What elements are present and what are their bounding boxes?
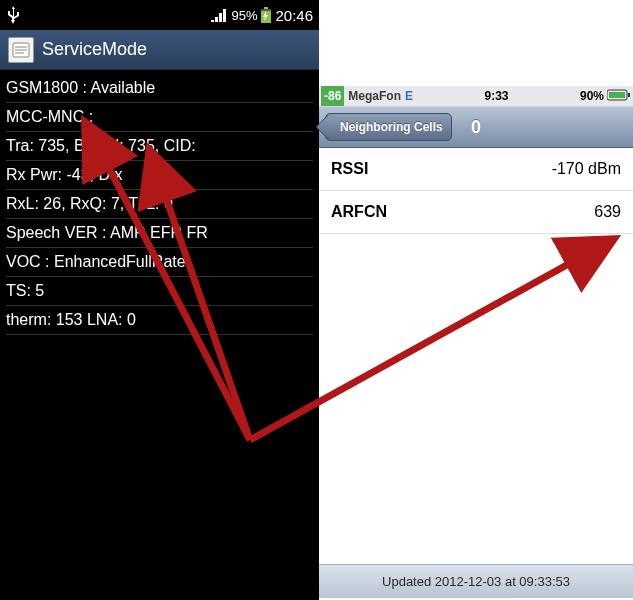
carrier-label: MegaFon bbox=[348, 89, 401, 103]
back-button-label: Neighboring Cells bbox=[340, 120, 443, 134]
updated-text: Updated 2012-12-03 at 09:33:53 bbox=[382, 574, 570, 589]
service-line: Speech VER : AMR EFR FR bbox=[6, 219, 313, 248]
list-row-rssi: RSSI -170 dBm bbox=[319, 148, 633, 191]
list-row-arfcn: ARFCN 639 bbox=[319, 191, 633, 234]
row-value: -170 dBm bbox=[552, 160, 621, 178]
updated-footer: Updated 2012-12-03 at 09:33:53 bbox=[319, 564, 633, 598]
service-line: Rx Pwr: -43, Dtx bbox=[6, 161, 313, 190]
clock: 20:46 bbox=[275, 7, 313, 24]
service-line: Tra: 735, BCCH: 735, CID: bbox=[6, 132, 313, 161]
service-line: therm: 153 LNA: 0 bbox=[6, 306, 313, 335]
service-line: TS: 5 bbox=[6, 277, 313, 306]
signal-strength: -86 bbox=[321, 86, 344, 106]
service-line: GSM1800 : Available bbox=[6, 74, 313, 103]
battery-icon bbox=[261, 7, 271, 23]
app-icon bbox=[8, 37, 34, 63]
clock: 9:33 bbox=[417, 89, 576, 103]
row-label: ARFCN bbox=[331, 203, 387, 221]
android-title-bar: ServiceMode bbox=[0, 30, 319, 70]
service-mode-content: GSM1800 : Available MCC-MNC : Tra: 735, … bbox=[0, 70, 319, 339]
row-value: 639 bbox=[594, 203, 621, 221]
android-status-bar: 95% 20:46 bbox=[0, 0, 319, 30]
android-screenshot: 95% 20:46 ServiceMode GSM1800 : Availabl… bbox=[0, 0, 319, 600]
cell-details-list: RSSI -170 dBm ARFCN 639 bbox=[319, 148, 633, 564]
signal-icon bbox=[211, 8, 227, 22]
battery-percent: 90% bbox=[580, 89, 604, 103]
usb-icon bbox=[6, 6, 20, 24]
svg-rect-9 bbox=[609, 92, 625, 98]
svg-rect-8 bbox=[628, 93, 630, 97]
service-line: RxL: 26, RxQ: 7, TxL: 0 bbox=[6, 190, 313, 219]
signal-percent: 95% bbox=[231, 8, 257, 23]
svg-rect-0 bbox=[264, 7, 268, 9]
back-button[interactable]: Neighboring Cells bbox=[325, 113, 452, 141]
service-line: VOC : EnhancedFullRate bbox=[6, 248, 313, 277]
ios-screenshot: -86 MegaFon E 9:33 90% Neighboring Cells… bbox=[319, 86, 633, 598]
ios-nav-bar: Neighboring Cells 0 bbox=[319, 106, 633, 148]
ios-status-bar: -86 MegaFon E 9:33 90% bbox=[319, 86, 633, 106]
battery-icon bbox=[607, 89, 631, 104]
row-label: RSSI bbox=[331, 160, 368, 178]
network-type: E bbox=[405, 89, 413, 103]
service-line: MCC-MNC : bbox=[6, 103, 313, 132]
app-title: ServiceMode bbox=[42, 39, 147, 60]
